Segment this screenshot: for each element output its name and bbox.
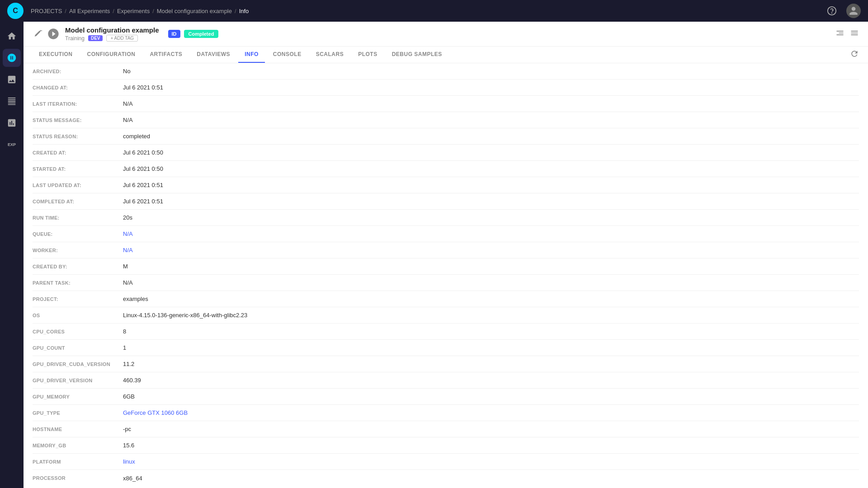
info-label-hostname: hostname: [33, 427, 123, 432]
info-row-memory-gb: memory_gb 15.6: [33, 437, 859, 454]
user-avatar[interactable]: [846, 4, 861, 18]
info-row-status-reason: STATUS REASON: completed: [33, 128, 859, 145]
info-value-worker[interactable]: N/A: [123, 247, 859, 253]
breadcrumb-sep-1: /: [65, 8, 66, 14]
info-value-run-time: 20s: [123, 214, 859, 221]
info-row-changed-at: CHANGED AT: Jul 6 2021 0:51: [33, 80, 859, 96]
info-label-status-reason: STATUS REASON:: [33, 134, 123, 139]
info-label-worker: WORKER:: [33, 248, 123, 253]
info-value-queue[interactable]: N/A: [123, 230, 859, 237]
svg-point-1: [832, 13, 832, 13]
info-label-last-updated: LAST UPDATED AT:: [33, 183, 123, 188]
info-row-run-time: RUN TIME: 20s: [33, 210, 859, 226]
tab-artifacts[interactable]: ARTIFACTS: [143, 47, 189, 63]
info-label-gpu-count: gpu_count: [33, 345, 123, 351]
info-label-created-at: CREATED AT:: [33, 150, 123, 155]
info-value-completed-at: Jul 6 2021 0:51: [123, 198, 859, 205]
info-row-completed-at: COMPLETED AT: Jul 6 2021 0:51: [33, 193, 859, 210]
panel-toggle-icon[interactable]: [835, 28, 844, 40]
info-value-gpu-driver-cuda: 11.2: [123, 361, 859, 367]
info-label-parent-task: PARENT TASK:: [33, 280, 123, 286]
top-navigation: C PROJECTS / All Experiments / Experimen…: [0, 0, 868, 22]
header-icons: [835, 28, 859, 40]
info-value-status-reason: completed: [123, 133, 859, 140]
info-value-gpu-type[interactable]: GeForce GTX 1060 6GB: [123, 409, 859, 416]
info-label-gpu-driver-version: gpu_driver_version: [33, 378, 123, 383]
info-value-os: Linux-4.15.0-136-generic-x86_64-with-gli…: [123, 312, 859, 319]
info-value-memory-gb: 15.6: [123, 442, 859, 449]
info-value-processor: x86_64: [123, 475, 859, 482]
info-row-last-iteration: LAST ITERATION: N/A: [33, 96, 859, 112]
info-label-status-message: STATUS MESSAGE:: [33, 117, 123, 123]
refresh-button[interactable]: [850, 49, 859, 60]
breadcrumb-sep-3: /: [152, 8, 154, 14]
breadcrumb: PROJECTS / All Experiments / Experiments…: [31, 8, 249, 14]
sidebar-item-home[interactable]: [3, 27, 21, 45]
breadcrumb-sep-4: /: [235, 8, 236, 14]
top-nav-right: [825, 4, 861, 18]
sidebar-item-charts[interactable]: [3, 114, 21, 132]
tag-add-button[interactable]: + ADD TAG: [106, 35, 138, 42]
help-button[interactable]: [825, 4, 839, 18]
info-row-gpu-memory: gpu_memory 6GB: [33, 389, 859, 405]
info-label-run-time: RUN TIME:: [33, 215, 123, 221]
info-row-hostname: hostname -pc: [33, 421, 859, 437]
info-label-processor: processor: [33, 475, 123, 481]
tab-configuration[interactable]: CONFIGURATION: [81, 47, 142, 63]
experiment-id-badge: ID: [168, 30, 180, 38]
breadcrumb-all-experiments[interactable]: All Experiments: [69, 8, 110, 14]
info-row-worker: WORKER: N/A: [33, 242, 859, 258]
experiment-header: Model configuration example Training DEV…: [24, 22, 868, 47]
tabs-bar: EXECUTION CONFIGURATION ARTIFACTS DATAVI…: [24, 47, 868, 63]
info-value-parent-task: N/A: [123, 279, 859, 286]
info-value-platform[interactable]: linux: [123, 458, 859, 465]
info-row-cpu-cores: cpu_cores 8: [33, 324, 859, 340]
info-value-changed-at: Jul 6 2021 0:51: [123, 84, 859, 91]
tab-console[interactable]: CONSOLE: [267, 47, 308, 63]
tab-dataviews[interactable]: DATAVIEWS: [190, 47, 236, 63]
breadcrumb-model-config[interactable]: Model configuration example: [157, 8, 232, 14]
info-label-platform: platform: [33, 459, 123, 465]
tab-debug-samples[interactable]: DEBUG SAMPLES: [386, 47, 448, 63]
info-label-last-iteration: LAST ITERATION:: [33, 101, 123, 107]
info-value-last-updated: Jul 6 2021 0:51: [123, 182, 859, 188]
sidebar-item-datasets[interactable]: [3, 92, 21, 110]
info-row-project: PROJECT: examples: [33, 291, 859, 307]
experiment-title: Model configuration example: [65, 26, 159, 34]
info-value-project: examples: [123, 296, 859, 302]
info-value-gpu-count: 1: [123, 344, 859, 351]
info-row-started-at: STARTED AT: Jul 6 2021 0:50: [33, 161, 859, 177]
info-value-last-iteration: N/A: [123, 100, 859, 107]
tab-plots[interactable]: PLOTS: [352, 47, 384, 63]
info-row-processor: processor x86_64: [33, 470, 859, 486]
left-sidebar: EXP: [0, 22, 24, 488]
tab-execution[interactable]: EXECUTION: [33, 47, 79, 63]
info-value-created-at: Jul 6 2021 0:50: [123, 149, 859, 156]
more-options-icon[interactable]: [850, 28, 859, 40]
info-label-memory-gb: memory_gb: [33, 443, 123, 448]
info-label-gpu-memory: gpu_memory: [33, 394, 123, 399]
sidebar-item-exp[interactable]: EXP: [3, 136, 21, 154]
breadcrumb-experiments[interactable]: Experiments: [117, 8, 150, 14]
info-row-platform: platform linux: [33, 454, 859, 470]
sidebar-item-experiments[interactable]: [3, 49, 21, 67]
experiment-type: Training: [65, 35, 85, 42]
breadcrumb-projects[interactable]: PROJECTS: [31, 8, 62, 14]
info-value-created-by: M: [123, 263, 859, 270]
info-label-started-at: STARTED AT:: [33, 166, 123, 172]
info-label-cpu-cores: cpu_cores: [33, 329, 123, 334]
info-row-status-message: STATUS MESSAGE: N/A: [33, 112, 859, 128]
app-logo[interactable]: C: [7, 3, 24, 19]
info-label-project: PROJECT:: [33, 296, 123, 302]
sidebar-item-images[interactable]: [3, 70, 21, 89]
info-row-last-updated: LAST UPDATED AT: Jul 6 2021 0:51: [33, 177, 859, 193]
tab-info[interactable]: INFO: [238, 47, 265, 63]
info-label-gpu-type: gpu_type: [33, 410, 123, 416]
info-table: ARCHIVED: No CHANGED AT: Jul 6 2021 0:51…: [24, 63, 868, 486]
breadcrumb-sep-2: /: [113, 8, 114, 14]
tab-scalars[interactable]: SCALARS: [310, 47, 350, 63]
info-label-os: OS: [33, 313, 123, 318]
info-label-archived: ARCHIVED:: [33, 69, 123, 74]
experiment-icon: [33, 28, 60, 40]
tag-dev[interactable]: DEV: [88, 35, 103, 41]
